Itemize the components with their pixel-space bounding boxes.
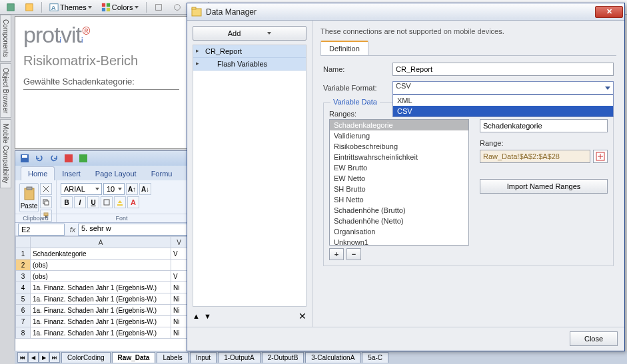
- cell[interactable]: V: [171, 248, 187, 260]
- sheet-tab[interactable]: Input: [190, 352, 217, 363]
- cell[interactable]: 1a. Finanz. Schaden Jahr 1 (Ergebnis-W.): [31, 316, 171, 327]
- row-header[interactable]: 4: [16, 282, 31, 293]
- tab-definition[interactable]: Definition: [320, 41, 368, 55]
- copy-icon[interactable]: [40, 196, 52, 208]
- column-header[interactable]: V: [171, 237, 187, 248]
- column-header[interactable]: A: [31, 237, 171, 248]
- cell[interactable]: Ni: [171, 316, 187, 327]
- sheet-tab[interactable]: 3-CalculationA: [305, 352, 360, 363]
- range-list-item[interactable]: Validierung: [330, 130, 468, 141]
- row-header[interactable]: 3: [16, 271, 31, 282]
- cell[interactable]: 1a. Finanz. Schaden Jahr 1 (Ergebnis-W.): [31, 293, 171, 305]
- font-color-button[interactable]: A: [127, 196, 139, 208]
- range-list-item[interactable]: SH Brutto: [330, 184, 468, 194]
- themes-menu[interactable]: A Themes: [46, 1, 95, 13]
- range-list-item[interactable]: SH Netto: [330, 194, 468, 205]
- toolbar-btn-b[interactable]: [169, 1, 185, 13]
- underline-button[interactable]: U: [87, 196, 99, 208]
- range-name-input[interactable]: [480, 119, 608, 132]
- range-list-item[interactable]: Organisation: [330, 226, 468, 237]
- undo-icon[interactable]: [34, 153, 45, 164]
- ranges-listbox[interactable]: SchadenkategorieValidierungRisikobeschre…: [329, 119, 469, 246]
- range-reference-input[interactable]: [480, 150, 590, 163]
- cell[interactable]: [171, 260, 187, 271]
- border-button[interactable]: [101, 196, 113, 208]
- cell[interactable]: 1a. Finanz. Schaden Jahr 1 (Ergebnis-W.): [31, 282, 171, 293]
- ribbon-tab[interactable]: Page Layout: [88, 166, 144, 180]
- cell[interactable]: V: [171, 271, 187, 282]
- toolbar-icon-1[interactable]: [3, 1, 19, 13]
- toolbar-icon-2[interactable]: [21, 1, 37, 13]
- sheet-tab[interactable]: Labels: [157, 352, 188, 363]
- move-down-icon[interactable]: ▼: [204, 312, 211, 320]
- range-list-item[interactable]: Schadenhöhe (Brutto): [330, 205, 468, 216]
- formula-bar[interactable]: 5. sehr w: [78, 224, 187, 236]
- range-list-item[interactable]: EW Brutto: [330, 162, 468, 173]
- bold-button[interactable]: B: [61, 196, 73, 208]
- format-option[interactable]: CSV: [393, 106, 613, 116]
- sheet-nav-prev[interactable]: ◀: [28, 352, 39, 363]
- cell[interactable]: Ni: [171, 305, 187, 316]
- cell[interactable]: Schadenkategorie: [31, 248, 171, 260]
- ribbon-tab[interactable]: Formu: [144, 166, 180, 180]
- remove-range-button[interactable]: −: [346, 248, 361, 260]
- close-button[interactable]: Close: [570, 331, 618, 346]
- ribbon-tab[interactable]: Insert: [55, 166, 88, 180]
- format-select[interactable]: CSV XMLCSV: [392, 81, 614, 94]
- sheet-nav-first[interactable]: ⏮: [17, 352, 28, 363]
- range-list-item[interactable]: Risikobeschreibung: [330, 141, 468, 152]
- range-picker-button[interactable]: [593, 150, 608, 163]
- row-header[interactable]: 2: [16, 260, 31, 271]
- grow-font-icon[interactable]: A↑: [126, 183, 138, 195]
- range-list-item[interactable]: Eintrittswahrscheinlichkeit: [330, 152, 468, 162]
- format-option[interactable]: XML: [393, 95, 613, 106]
- sheet-tab[interactable]: 5a-C: [362, 352, 388, 363]
- cell[interactable]: (obs): [31, 260, 171, 271]
- import-named-ranges-button[interactable]: Import Named Ranges: [480, 179, 608, 194]
- sheet-tab[interactable]: 2-OutputB: [262, 352, 305, 363]
- row-header[interactable]: 5: [16, 293, 31, 305]
- row-header[interactable]: 1: [16, 248, 31, 260]
- cell[interactable]: (obs): [31, 271, 171, 282]
- sheet-nav-last[interactable]: ⏭: [49, 352, 60, 363]
- range-list-item[interactable]: EW Netto: [330, 173, 468, 184]
- row-header[interactable]: 8: [16, 327, 31, 339]
- range-list-item[interactable]: Schadenhöhe (Netto): [330, 216, 468, 226]
- shrink-font-icon[interactable]: A↓: [139, 183, 151, 195]
- qat-icon-b[interactable]: [78, 153, 89, 164]
- move-up-icon[interactable]: ▲: [193, 312, 200, 320]
- cut-icon[interactable]: [40, 183, 52, 195]
- spreadsheet-grid[interactable]: AV1SchadenkategorieV2(obs)3(obs)V41a. Fi…: [15, 236, 187, 339]
- name-box[interactable]: [18, 224, 65, 236]
- range-list-item[interactable]: Unknown1: [330, 237, 468, 246]
- qat-icon-a[interactable]: [63, 153, 74, 164]
- add-connection-button[interactable]: Add: [193, 26, 307, 41]
- italic-button[interactable]: I: [74, 196, 86, 208]
- sheet-tab[interactable]: Raw_Data: [112, 352, 156, 363]
- save-icon[interactable]: [19, 153, 30, 164]
- font-size-combo[interactable]: 10: [103, 183, 125, 195]
- row-header[interactable]: 7: [16, 316, 31, 327]
- cell[interactable]: Ni: [171, 327, 187, 339]
- cell[interactable]: Ni: [171, 293, 187, 305]
- cell[interactable]: Ni: [171, 282, 187, 293]
- ribbon-tab[interactable]: Home: [21, 166, 55, 180]
- tree-item-connection[interactable]: CR_Report: [193, 45, 306, 58]
- delete-connection-icon[interactable]: ✕: [299, 311, 307, 321]
- range-list-item[interactable]: Schadenkategorie: [330, 120, 468, 130]
- colors-menu[interactable]: Colors: [98, 1, 142, 13]
- sheet-nav-next[interactable]: ▶: [39, 352, 49, 363]
- column-header[interactable]: [16, 237, 31, 248]
- redo-icon[interactable]: [49, 153, 59, 164]
- sheet-tab[interactable]: 1-OutputA: [218, 352, 261, 363]
- side-tab[interactable]: Mobile Compatibility: [0, 119, 11, 188]
- font-name-combo[interactable]: ARIAL: [61, 183, 102, 195]
- cell[interactable]: 1a. Finanz. Schaden Jahr 1 (Ergebnis-W.): [31, 327, 171, 339]
- sheet-tab[interactable]: ColorCoding: [61, 352, 111, 363]
- fill-color-button[interactable]: [114, 196, 126, 208]
- side-tab[interactable]: Object Browser: [0, 63, 11, 118]
- cell[interactable]: 1a. Finanz. Schaden Jahr 1 (Ergebnis-W.): [31, 305, 171, 316]
- toolbar-btn-a[interactable]: [151, 1, 167, 13]
- paste-button[interactable]: Paste: [19, 183, 39, 212]
- row-header[interactable]: 6: [16, 305, 31, 316]
